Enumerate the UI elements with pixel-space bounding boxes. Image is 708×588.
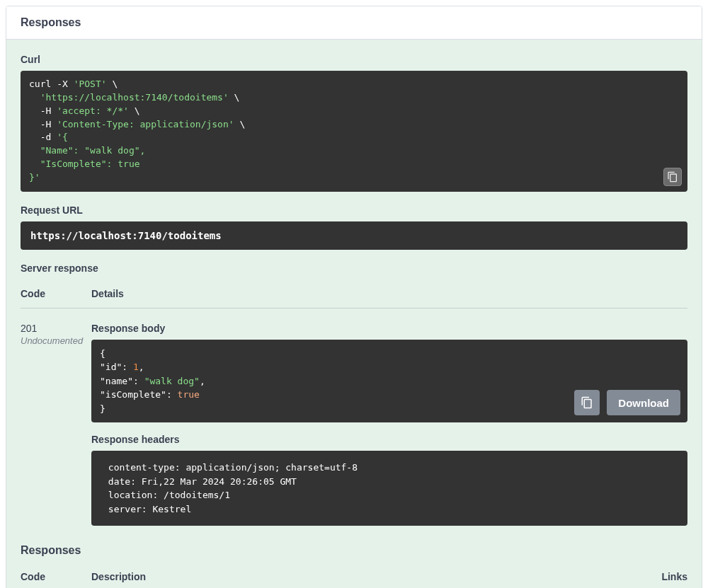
json-comma: , <box>200 376 205 386</box>
json-key: "id" <box>100 362 122 372</box>
download-button[interactable]: Download <box>607 390 680 415</box>
links-column-header: Links <box>661 571 687 582</box>
response-headers-block: content-type: application/json; charset=… <box>91 451 687 526</box>
details-column-header: Details <box>91 279 687 309</box>
curl-text: -d <box>29 132 57 142</box>
curl-method: 'POST' <box>74 79 107 89</box>
curl-text: \ <box>234 119 246 129</box>
clipboard-icon <box>581 396 593 409</box>
curl-text: \ <box>107 79 118 89</box>
curl-text: \ <box>229 92 240 103</box>
json-number: 1 <box>133 362 139 372</box>
json-key: "isComplete" <box>100 389 166 400</box>
server-response-table: Code Details 201 Undocumented Response b… <box>21 279 687 541</box>
panel-title: Responses <box>6 6 702 40</box>
clipboard-icon <box>667 171 678 183</box>
curl-text <box>29 92 40 103</box>
json-brace: } <box>100 403 105 414</box>
response-headers-label: Response headers <box>91 434 687 445</box>
json-colon: : <box>166 389 178 400</box>
json-key: "name" <box>100 376 133 386</box>
curl-text: curl -X <box>29 79 74 89</box>
curl-text: -H <box>29 105 57 116</box>
json-bool: true <box>178 389 200 400</box>
curl-code-block: curl -X 'POST' \ 'https://localhost:7140… <box>21 71 687 192</box>
copy-response-button[interactable] <box>574 390 600 415</box>
curl-label: Curl <box>21 54 687 65</box>
json-string: "walk dog" <box>144 376 200 386</box>
response-body-block: { "id": 1, "name": "walk dog", "isComple… <box>91 340 687 423</box>
description-column-header: Description <box>91 571 661 582</box>
status-code: 201 <box>21 323 91 334</box>
responses-panel: Responses Curl curl -X 'POST' \ 'https:/… <box>6 6 702 588</box>
json-colon: : <box>133 376 144 386</box>
undocumented-label: Undocumented <box>21 335 91 346</box>
curl-body: '{ <box>57 132 68 142</box>
curl-url: 'https://localhost:7140/todoitems' <box>40 92 229 103</box>
response-code-cell: 201 Undocumented <box>21 309 91 541</box>
response-body-actions: Download <box>574 390 680 415</box>
curl-body: }' <box>29 172 40 183</box>
responses-section-title: Responses <box>21 544 687 557</box>
json-colon: : <box>122 362 133 372</box>
panel-body: Curl curl -X 'POST' \ 'https://localhost… <box>6 40 702 588</box>
code-column-header: Code <box>21 279 91 309</box>
code-column-header: Code <box>21 571 91 582</box>
json-comma: , <box>139 362 144 372</box>
request-url-label: Request URL <box>21 204 687 216</box>
response-details-cell: Response body { "id": 1, "name": "walk d… <box>91 309 687 541</box>
responses-table-header: Code Description Links <box>21 561 687 588</box>
curl-body: "Name": "walk dog", <box>29 145 145 156</box>
copy-curl-button[interactable] <box>663 168 682 186</box>
server-response-label: Server response <box>21 263 687 274</box>
request-url-value: https://localhost:7140/todoitems <box>21 221 687 250</box>
curl-header: 'accept: */*' <box>57 105 129 116</box>
json-brace: { <box>100 348 105 359</box>
response-body-label: Response body <box>91 323 687 334</box>
curl-body: "IsComplete": true <box>29 158 140 169</box>
curl-text: \ <box>129 105 140 116</box>
curl-header: 'Content-Type: application/json' <box>57 119 234 129</box>
curl-text: -H <box>29 119 57 129</box>
